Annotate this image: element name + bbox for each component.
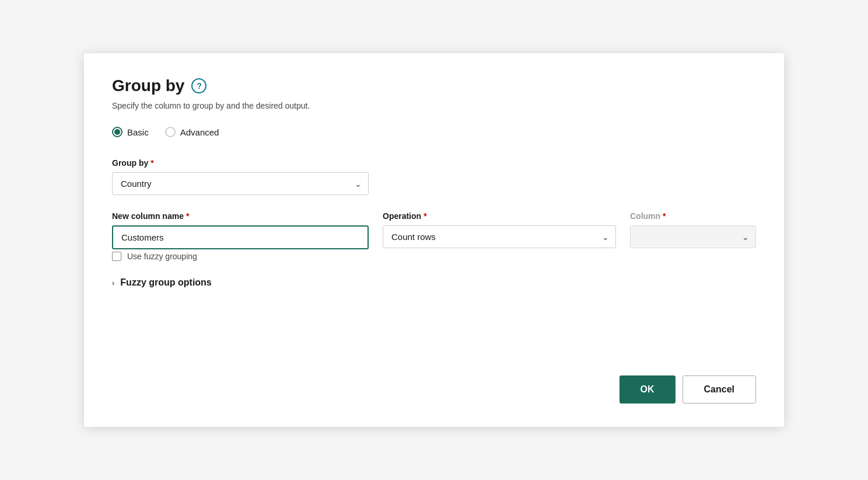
radio-basic-label: Basic [127,127,149,137]
operation-label: Operation * [383,211,616,221]
fuzzy-grouping-label: Use fuzzy grouping [127,252,197,261]
new-column-name-required: * [186,211,189,221]
new-column-name-input[interactable] [112,225,369,249]
column-section: Column * ⌄ [630,211,756,248]
fuzzy-group-options-row[interactable]: › Fuzzy group options [112,277,756,288]
group-by-select-wrapper: Country City Region ⌄ [112,172,369,195]
cancel-button[interactable]: Cancel [682,375,756,404]
column-select[interactable] [630,225,756,248]
fuzzy-options-label: Fuzzy group options [120,277,211,288]
group-by-label: Group by * [112,158,756,168]
ok-button[interactable]: OK [620,375,676,404]
operation-section: Operation * Count rows Sum Average Min M… [383,211,616,248]
radio-advanced-label: Advanced [180,127,219,137]
radio-advanced-circle [165,127,176,137]
dialog-title: Group by [112,76,184,95]
dialog-footer: OK Cancel [620,375,756,404]
radio-basic-circle [112,127,123,137]
new-column-name-section: New column name * [112,211,369,249]
help-icon[interactable]: ? [191,78,206,93]
columns-row: New column name * Operation * Count rows… [112,211,756,249]
group-by-required: * [150,158,153,168]
column-label: Column * [630,211,756,221]
radio-advanced[interactable]: Advanced [165,127,219,137]
column-select-wrapper: ⌄ [630,225,756,248]
dialog-subtitle: Specify the column to group by and the d… [112,101,756,110]
operation-select-wrapper: Count rows Sum Average Min Max ⌄ [383,225,616,248]
group-by-dialog: Group by ? Specify the column to group b… [84,53,784,427]
fuzzy-checkbox-row: Use fuzzy grouping [112,252,756,261]
column-required: * [663,211,666,221]
mode-radio-group: Basic Advanced [112,127,756,137]
operation-select[interactable]: Count rows Sum Average Min Max [383,225,616,248]
dialog-header: Group by ? [112,76,756,95]
group-by-section: Group by * Country City Region ⌄ [112,158,756,195]
new-column-name-label: New column name * [112,211,369,221]
radio-basic[interactable]: Basic [112,127,149,137]
operation-required: * [424,211,426,221]
fuzzy-options-expand-icon: › [112,279,114,287]
fuzzy-grouping-checkbox[interactable] [112,252,121,261]
group-by-select[interactable]: Country City Region [112,172,369,195]
